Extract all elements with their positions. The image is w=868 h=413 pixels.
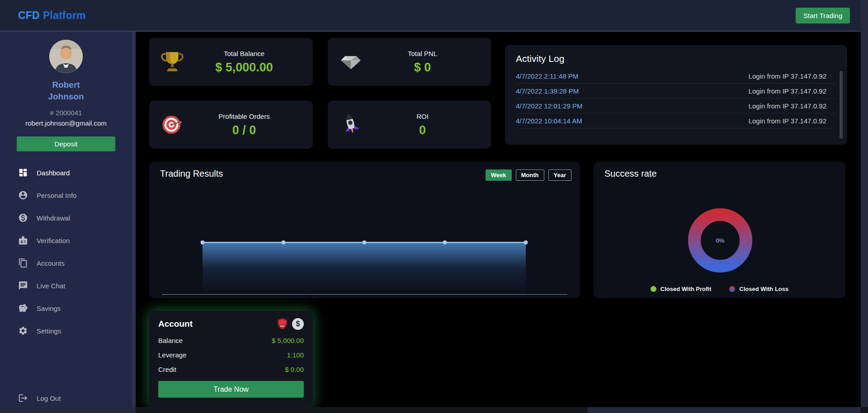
account-row-value: $ 0.00 [285, 366, 304, 373]
account-row-leverage: Leverage 1:100 [158, 351, 304, 359]
activity-event: Login from IP 37.147.0.92 [749, 72, 826, 80]
activity-log-title: Activity Log [516, 53, 836, 64]
sidebar-item-accounts[interactable]: Accounts [18, 252, 132, 274]
activity-time[interactable]: 4/7/2022 2:11:48 PM [516, 72, 578, 80]
chart-point [281, 240, 285, 244]
legend-item-profit: Closed With Profit [651, 286, 712, 292]
sidebar-item-withdrawal[interactable]: Withdrawal [18, 206, 132, 229]
range-week-button[interactable]: Week [486, 169, 512, 181]
chart-point [443, 240, 447, 244]
sidebar-item-personal-info[interactable]: Personal Info [18, 184, 132, 206]
logo-secondary: Platform [43, 9, 86, 21]
user-account-id: # 2000041 [0, 109, 132, 117]
activity-log-scrollbar[interactable] [840, 71, 843, 139]
donut-center-value: 0% [686, 206, 754, 274]
stat-label: Total Balance [185, 50, 303, 57]
stat-label: ROI [364, 113, 481, 120]
stat-value: 0 [364, 123, 481, 137]
account-row-value: 1:100 [287, 351, 304, 359]
sidebar-item-dashboard[interactable]: Dashboard [18, 161, 132, 184]
activity-log-row: 4/7/2022 2:11:48 PM Login from IP 37.147… [516, 69, 836, 84]
chart-point [524, 240, 528, 244]
activity-log-row: 4/7/2022 12:01:29 PM Login from IP 37.14… [516, 99, 836, 113]
sidebar-scrollbar[interactable] [132, 32, 136, 413]
start-trading-button[interactable]: Start Trading [796, 8, 850, 23]
gear-icon [18, 326, 28, 336]
success-rate-panel: Success rate 0% Closed With [594, 162, 845, 298]
success-rate-legend: Closed With Profit Closed With Loss [594, 286, 845, 292]
range-selector: Week Month Year [486, 169, 571, 181]
sidebar-item-label: Log Out [37, 394, 61, 402]
activity-event: Login from IP 37.147.0.92 [749, 117, 826, 125]
account-row-label: Balance [158, 337, 183, 344]
sidebar-item-settings[interactable]: Settings [18, 319, 132, 342]
stat-value: 0 / 0 [185, 123, 303, 137]
sidebar: Robert Johnson # 2000041 robert.johnson@… [0, 32, 132, 413]
balance-area-chart [203, 242, 526, 294]
activity-time[interactable]: 4/7/2022 10:04:14 AM [516, 117, 582, 125]
user-name: Robert Johnson [0, 79, 132, 102]
legend-item-loss: Closed With Loss [729, 286, 788, 292]
sidebar-item-label: Personal Info [37, 192, 76, 199]
logo-primary: CFD [18, 9, 40, 21]
user-first-name: Robert [0, 79, 132, 91]
avatar [49, 40, 83, 73]
legend-label: Closed With Profit [660, 286, 712, 292]
main-shield-icon: MAIN [276, 318, 288, 330]
chat-icon [18, 281, 28, 291]
copy-icon [18, 258, 28, 268]
range-year-button[interactable]: Year [548, 169, 571, 181]
legend-label: Closed With Loss [739, 286, 788, 292]
sidebar-item-live-chat[interactable]: Live Chat [18, 274, 132, 297]
chart-point [201, 240, 205, 244]
stat-value: $ 5,000.00 [185, 61, 303, 75]
activity-log-row: 4/7/2022 1:39:28 PM Login from IP 37.147… [516, 84, 836, 99]
trade-now-button[interactable]: Trade Now [158, 381, 304, 398]
deposit-button[interactable]: Deposit [17, 136, 115, 151]
success-rate-title: Success rate [604, 169, 657, 179]
account-row-label: Credit [158, 366, 176, 373]
app-logo: CFDPlatform [18, 9, 86, 22]
horizontal-scrollbar-thumb[interactable] [136, 407, 588, 413]
account-row-value: $ 5,000.00 [272, 337, 304, 344]
activity-time[interactable]: 4/7/2022 12:01:29 PM [516, 102, 583, 110]
shield-badge-label: MAIN [280, 325, 285, 327]
account-row-label: Leverage [158, 351, 187, 359]
range-month-button[interactable]: Month [516, 169, 544, 181]
chart-point [362, 240, 366, 244]
activity-event: Login from IP 37.147.0.92 [749, 102, 826, 110]
sidebar-item-label: Settings [37, 327, 61, 335]
account-row-balance: Balance $ 5,000.00 [158, 337, 304, 344]
sidebar-item-label: Accounts [37, 259, 65, 267]
trophy-icon [159, 49, 185, 75]
dollar-badge-icon: $ [292, 318, 304, 330]
rocket-icon [338, 112, 364, 138]
loss-dot-icon [729, 286, 735, 292]
account-card: Account MAIN $ Balance $ 5,000.00 Levera… [149, 311, 313, 407]
target-icon [159, 112, 185, 138]
piggy-bank-icon [18, 303, 28, 313]
activity-log-panel: Activity Log 4/7/2022 2:11:48 PM Login f… [505, 45, 847, 145]
chart-x-axis [162, 294, 567, 295]
sidebar-item-logout[interactable]: Log Out [18, 393, 61, 403]
stat-card-total-balance: Total Balance $ 5,000.00 [149, 38, 313, 86]
sidebar-item-verification[interactable]: Verification [18, 229, 132, 252]
sidebar-item-savings[interactable]: Savings [18, 297, 132, 319]
cfd-platform-app: CFDPlatform Start Trading Robert Johnson… [0, 0, 868, 413]
activity-log-row: 4/7/2022 10:04:14 AM Login from IP 37.14… [516, 113, 836, 128]
sidebar-item-label: Verification [37, 237, 70, 244]
header: CFDPlatform Start Trading [0, 0, 868, 32]
diamond-icon [338, 49, 364, 75]
stat-card-roi: ROI 0 [328, 101, 491, 149]
user-email: robert.johnson@gmail.com [0, 119, 132, 127]
vertical-scrollbar[interactable] [861, 0, 868, 413]
trading-results-panel: Trading Results Week Month Year [149, 162, 580, 298]
activity-time[interactable]: 4/7/2022 1:39:28 PM [516, 87, 579, 95]
scrollbar-corner [861, 407, 868, 413]
main-content: Total Balance $ 5,000.00 Total PNL $ 0 [136, 32, 861, 407]
horizontal-scrollbar[interactable] [0, 407, 861, 413]
dashboard-icon [18, 168, 28, 178]
sidebar-item-label: Dashboard [37, 169, 70, 177]
trading-results-title: Trading Results [160, 169, 223, 179]
person-icon [18, 190, 28, 200]
